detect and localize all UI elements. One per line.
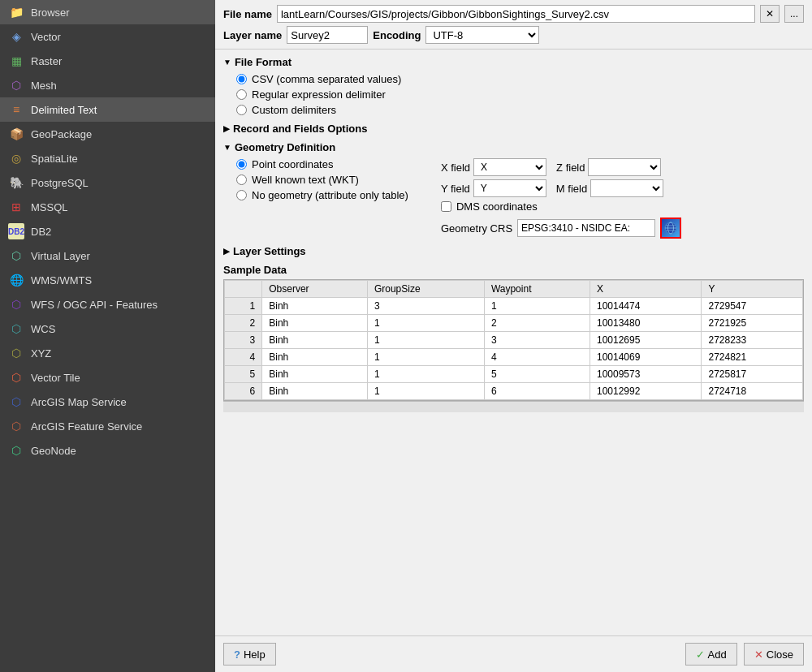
wkt-radio[interactable] — [236, 174, 247, 185]
custom-radio[interactable] — [236, 105, 247, 115]
csv-label: CSV (comma separated values) — [252, 73, 401, 85]
clear-file-button[interactable]: ✕ — [760, 5, 780, 23]
cell-x: 10012992 — [590, 383, 702, 400]
col-header-num — [225, 281, 262, 298]
sidebar-item-label: SpatiaLite — [31, 153, 78, 165]
cell-y: 2724821 — [702, 349, 803, 366]
table-row: 2 Binh 1 2 10013480 2721925 — [225, 315, 803, 332]
header-section: File name ✕ ... Layer name Encoding UTF-… — [215, 0, 812, 50]
cell-num: 1 — [225, 298, 262, 315]
help-label: Help — [244, 648, 266, 661]
sidebar-item-arcgis-map[interactable]: ⬡ ArcGIS Map Service — [0, 390, 215, 414]
no-geometry-radio[interactable] — [236, 190, 247, 200]
postgresql-icon: 🐘 — [8, 174, 24, 191]
cell-waypoint: 4 — [484, 349, 590, 366]
vector-tile-icon: ⬡ — [8, 369, 24, 386]
m-field-label: M field — [556, 183, 587, 195]
layer-name-input[interactable] — [287, 26, 368, 44]
record-fields-section: ▶ Record and Fields Options — [223, 123, 804, 135]
close-button[interactable]: ✕ Close — [744, 643, 804, 666]
x-field-select[interactable]: X — [473, 158, 546, 176]
sidebar-item-wms[interactable]: 🌐 WMS/WMTS — [0, 268, 215, 292]
sidebar-item-mesh[interactable]: ⬡ Mesh — [0, 73, 215, 97]
geonode-icon: ⬡ — [8, 442, 24, 459]
sidebar-item-label: Delimited Text — [31, 104, 97, 116]
cell-observer: Binh — [262, 366, 368, 383]
point-coords-option[interactable]: Point coordinates — [236, 158, 408, 170]
sidebar-item-xyz[interactable]: ⬡ XYZ — [0, 341, 215, 365]
table-header-row: Observer GroupSize Waypoint X Y — [225, 281, 803, 298]
crs-input[interactable] — [517, 219, 655, 237]
close-icon: ✕ — [754, 648, 763, 661]
point-coords-radio[interactable] — [236, 159, 247, 170]
m-field-select[interactable] — [590, 179, 663, 197]
sidebar-item-postgresql[interactable]: 🐘 PostgreSQL — [0, 170, 215, 195]
z-field-row: Z field — [556, 158, 661, 176]
cell-groupsize: 1 — [367, 366, 484, 383]
geometry-arrow: ▼ — [223, 143, 231, 152]
cell-x: 10014069 — [590, 349, 702, 366]
z-field-select[interactable] — [588, 158, 661, 176]
sidebar-item-browser[interactable]: 📁 Browser — [0, 0, 215, 24]
sidebar-item-vector[interactable]: ◈ Vector — [0, 24, 215, 49]
close-label: Close — [767, 648, 793, 661]
csv-option[interactable]: CSV (comma separated values) — [236, 73, 804, 85]
file-format-label: File Format — [235, 56, 292, 68]
wfs-icon: ⬡ — [8, 296, 24, 312]
xyz-icon: ⬡ — [8, 345, 24, 361]
cell-groupsize: 3 — [367, 298, 484, 315]
record-fields-header[interactable]: ▶ Record and Fields Options — [223, 123, 804, 135]
sidebar-item-label: Mesh — [31, 80, 57, 92]
help-button[interactable]: ? Help — [223, 643, 276, 666]
cell-observer: Binh — [262, 315, 368, 332]
browser-icon: 📁 — [8, 4, 24, 20]
x-field-row: X field X — [441, 158, 546, 176]
regex-option[interactable]: Regular expression delimiter — [236, 88, 804, 101]
regex-radio[interactable] — [236, 89, 247, 100]
sidebar-item-geonode[interactable]: ⬡ GeoNode — [0, 438, 215, 463]
cell-waypoint: 6 — [484, 383, 590, 400]
z-field-label: Z field — [556, 162, 585, 174]
cell-waypoint: 2 — [484, 315, 590, 332]
sidebar-item-mssql[interactable]: ⊞ MSSQL — [0, 195, 215, 219]
geometry-header[interactable]: ▼ Geometry Definition — [223, 141, 804, 153]
add-button[interactable]: ✓ Add — [685, 643, 737, 666]
file-path-input[interactable] — [277, 5, 755, 23]
cell-observer: Binh — [262, 349, 368, 366]
crs-button[interactable] — [660, 218, 681, 239]
wkt-option[interactable]: Well known text (WKT) — [236, 174, 408, 186]
no-geometry-option[interactable]: No geometry (attribute only table) — [236, 189, 408, 201]
csv-radio[interactable] — [236, 74, 247, 84]
no-geometry-label: No geometry (attribute only table) — [252, 189, 408, 201]
sidebar-item-delimited-text[interactable]: ≡ Delimited Text — [0, 97, 215, 122]
sidebar-item-label: GeoPackage — [31, 128, 92, 140]
y-field-select[interactable]: Y — [473, 179, 546, 197]
file-format-body: CSV (comma separated values) Regular exp… — [223, 73, 804, 116]
sidebar-item-wfs[interactable]: ⬡ WFS / OGC API - Features — [0, 292, 215, 317]
sidebar-item-vector-tile[interactable]: ⬡ Vector Tile — [0, 365, 215, 390]
sidebar-item-label: XYZ — [31, 347, 51, 360]
sidebar-item-raster[interactable]: ▦ Raster — [0, 49, 215, 73]
cell-num: 6 — [225, 383, 262, 400]
add-label: Add — [708, 648, 727, 661]
sidebar-item-label: GeoNode — [31, 445, 76, 457]
horizontal-scrollbar[interactable] — [223, 401, 804, 412]
file-format-header[interactable]: ▼ File Format — [223, 56, 804, 68]
dms-checkbox[interactable] — [441, 201, 451, 212]
sidebar-item-db2[interactable]: DB2 DB2 — [0, 219, 215, 243]
col-header-x: X — [590, 281, 702, 298]
sidebar-item-label: DB2 — [31, 226, 51, 238]
sidebar-item-virtual-layer[interactable]: ⬡ Virtual Layer — [0, 243, 215, 268]
sample-data-label: Sample Data — [223, 264, 804, 276]
sample-data-table-wrapper[interactable]: Observer GroupSize Waypoint X Y 1 Binh 3… — [223, 279, 804, 401]
sidebar-item-wcs[interactable]: ⬡ WCS — [0, 317, 215, 341]
encoding-select[interactable]: UTF-8 — [425, 26, 539, 44]
sidebar-item-arcgis-feature[interactable]: ⬡ ArcGIS Feature Service — [0, 414, 215, 438]
sidebar-item-geopackage[interactable]: 📦 GeoPackage — [0, 122, 215, 146]
layer-settings-header[interactable]: ▶ Layer Settings — [223, 245, 804, 257]
more-options-button[interactable]: ... — [784, 5, 804, 23]
sidebar-item-label: WMS/WMTS — [31, 274, 92, 286]
sidebar-item-label: WCS — [31, 323, 55, 335]
sidebar-item-spatialite[interactable]: ◎ SpatiaLite — [0, 146, 215, 170]
custom-option[interactable]: Custom delimiters — [236, 104, 804, 116]
